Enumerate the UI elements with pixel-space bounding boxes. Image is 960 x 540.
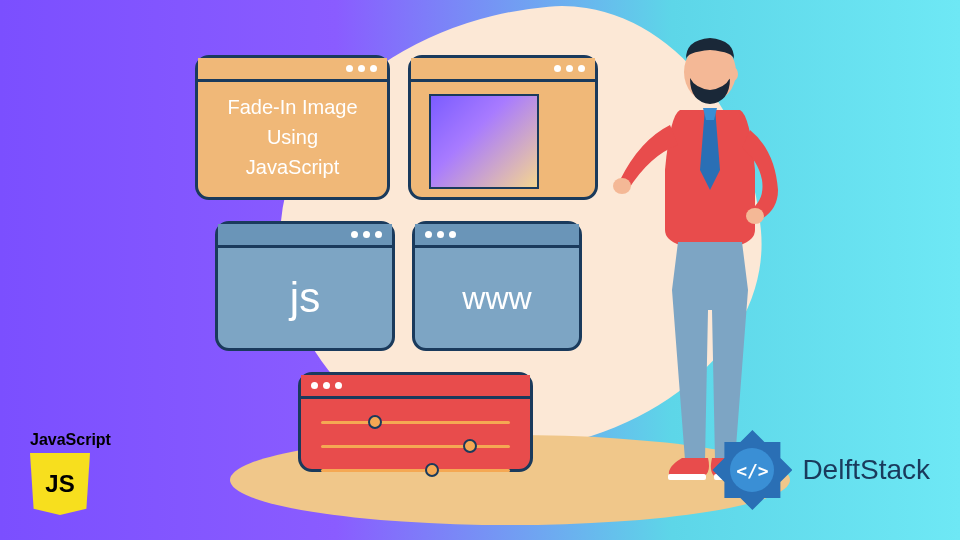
svg-rect-4 bbox=[668, 474, 706, 480]
www-label: www bbox=[462, 280, 531, 317]
window-sliders bbox=[298, 372, 533, 472]
window-www: www bbox=[412, 221, 582, 351]
delftstack-logo-icon: </> bbox=[712, 430, 792, 510]
svg-point-2 bbox=[613, 178, 631, 194]
window-dot-icon bbox=[311, 382, 318, 389]
gradient-image bbox=[429, 94, 539, 189]
javascript-logo-text: JS bbox=[45, 470, 74, 498]
svg-point-1 bbox=[728, 67, 738, 81]
delftstack-brand: </> DelftStack bbox=[712, 430, 930, 510]
window-body: www bbox=[415, 248, 579, 348]
window-dot-icon bbox=[323, 382, 330, 389]
window-dot-icon bbox=[449, 231, 456, 238]
slider-track bbox=[321, 445, 510, 448]
window-dot-icon bbox=[566, 65, 573, 72]
window-body: Fade-In Image Using JavaScript bbox=[198, 82, 387, 192]
title-line: JavaScript bbox=[206, 152, 379, 182]
window-body: js bbox=[218, 248, 392, 348]
window-title-card: Fade-In Image Using JavaScript bbox=[195, 55, 390, 200]
window-titlebar bbox=[411, 58, 595, 82]
window-dot-icon bbox=[437, 231, 444, 238]
window-dot-icon bbox=[346, 65, 353, 72]
title-line: Using bbox=[206, 122, 379, 152]
slider-knob bbox=[425, 463, 439, 477]
javascript-logo-icon: JS bbox=[30, 453, 90, 515]
window-titlebar bbox=[415, 224, 579, 248]
window-titlebar bbox=[198, 58, 387, 82]
window-dot-icon bbox=[370, 65, 377, 72]
window-body bbox=[411, 82, 595, 201]
javascript-badge: JavaScript JS bbox=[30, 431, 111, 515]
window-dot-icon bbox=[554, 65, 561, 72]
slider bbox=[321, 461, 510, 479]
slider-knob bbox=[368, 415, 382, 429]
svg-point-3 bbox=[746, 208, 764, 224]
window-dot-icon bbox=[335, 382, 342, 389]
window-dot-icon bbox=[363, 231, 370, 238]
window-dot-icon bbox=[351, 231, 358, 238]
slider-knob bbox=[463, 439, 477, 453]
js-label: js bbox=[290, 274, 320, 322]
window-image bbox=[408, 55, 598, 200]
delftstack-text: DelftStack bbox=[802, 454, 930, 486]
slider-track bbox=[321, 469, 510, 472]
javascript-badge-title: JavaScript bbox=[30, 431, 111, 449]
window-titlebar bbox=[218, 224, 392, 248]
window-body bbox=[301, 399, 530, 499]
slider-track bbox=[321, 421, 510, 424]
window-titlebar bbox=[301, 375, 530, 399]
window-dot-icon bbox=[425, 231, 432, 238]
window-dot-icon bbox=[358, 65, 365, 72]
slider bbox=[321, 413, 510, 431]
title-line: Fade-In Image bbox=[206, 92, 379, 122]
illustration-stage: Fade-In Image Using JavaScript js bbox=[0, 0, 960, 540]
slider bbox=[321, 437, 510, 455]
window-js: js bbox=[215, 221, 395, 351]
window-dot-icon bbox=[578, 65, 585, 72]
window-dot-icon bbox=[375, 231, 382, 238]
